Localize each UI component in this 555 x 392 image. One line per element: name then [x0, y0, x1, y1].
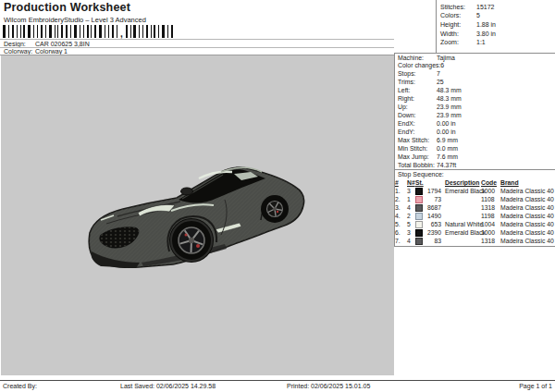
machine-info-label: EndY: — [398, 129, 437, 137]
thread-color-chip — [415, 188, 423, 195]
col-header-needle: N# — [407, 178, 415, 187]
barcode-bar — [108, 25, 109, 38]
stop-sequence-row: 3. 4 8687 1318 Madeira Classic 40 — [395, 203, 554, 212]
needle-number: 5 — [407, 220, 415, 228]
barcode-bar — [8, 25, 9, 38]
stat-value: 5 — [476, 11, 480, 20]
stop-number: 4. — [395, 212, 407, 220]
thread-brand: Madeira Classic 40 — [500, 237, 554, 245]
barcode-bar — [66, 25, 68, 38]
barcode-bar — [87, 25, 89, 38]
colorway-value: Colorway 1 — [35, 48, 68, 55]
machine-info-value: 0.00 in — [437, 129, 456, 137]
barcode-bar — [154, 25, 155, 38]
needle-number: 4 — [407, 203, 415, 212]
machine-info-list: Machine: Tajima Color changes: 6 Stops: … — [398, 55, 553, 170]
machine-info-row: Max Stitch: 6.9 mm — [398, 137, 553, 145]
stat-row: Colors: 5 — [437, 11, 555, 20]
needle-number: 4 — [407, 237, 415, 245]
stop-sequence-row: 5. 5 653 Natural White 1004 Madeira Clas… — [395, 220, 554, 228]
machine-info-label: Left: — [398, 87, 437, 95]
machine-info-label: Trims: — [398, 79, 437, 87]
thread-brand: Madeira Classic 40 — [500, 195, 554, 203]
page-title: Production Worksheet — [4, 1, 130, 14]
machine-info-value: 23.9 mm — [437, 112, 462, 120]
stat-label: Width: — [440, 30, 476, 39]
thread-code: 1000 — [481, 228, 500, 237]
needle-number: 1 — [407, 195, 415, 203]
barcode-bar — [105, 25, 105, 38]
barcode-bar — [130, 25, 131, 38]
barcode-bar — [83, 25, 84, 38]
thread-brand: Madeira Classic 40 — [500, 203, 554, 212]
thread-color-chip — [415, 238, 423, 245]
stat-row: Width: 3.80 in — [437, 30, 555, 39]
machine-info-row: EndY: 0.00 in — [398, 129, 553, 137]
barcode-bar — [74, 25, 77, 38]
machine-info-label: Up: — [398, 104, 437, 112]
barcode-bar — [28, 25, 31, 38]
stop-number: 7. — [395, 237, 407, 245]
stat-row: Zoom: 1:1 — [437, 38, 555, 47]
thread-color-chip — [415, 213, 423, 220]
machine-info-label: Stops: — [398, 70, 437, 79]
brake-caliper — [277, 211, 278, 213]
machine-info-row: Down: 23.9 mm — [398, 112, 553, 120]
stitch-count: 1794 — [424, 187, 443, 195]
machine-info-label: Max Jump: — [398, 153, 437, 162]
thread-code: 1318 — [481, 203, 500, 212]
barcode-bar — [3, 25, 6, 38]
barcode: , — [3, 25, 173, 38]
machine-info-value: 74.37ft — [437, 162, 456, 170]
stat-value: 1.88 in — [476, 20, 496, 30]
stat-row: Stitches: 15172 — [437, 3, 555, 12]
embroidered-car-design — [86, 163, 310, 276]
stop-number: 6. — [395, 228, 407, 237]
barcode-bar — [167, 25, 168, 38]
brake-caliper — [196, 244, 200, 248]
machine-info-value: 48.3 mm — [437, 95, 462, 104]
stat-label: Colors: — [440, 11, 476, 20]
col-header-code: Code — [481, 178, 500, 187]
thread-description: Emerald Black — [443, 187, 481, 195]
stat-label: Zoom: — [440, 38, 476, 47]
machine-info-value: 23.9 mm — [437, 104, 462, 112]
stop-sequence-header: # N# St. Description Code Brand — [395, 178, 554, 187]
footer-divider — [0, 380, 555, 381]
thread-color-chip — [415, 221, 423, 228]
footer-printed: Printed: 02/06/2025 15.01.05 — [287, 383, 370, 390]
rear-wheel — [261, 195, 289, 223]
barcode-bar — [91, 25, 92, 38]
thread-description: Emerald Black — [443, 228, 481, 237]
stitch-count: 653 — [424, 220, 443, 228]
barcode-bar — [112, 25, 114, 38]
barcode-bar — [126, 25, 128, 38]
machine-info-value: 6 — [440, 62, 444, 70]
machine-info-value: 25 — [437, 79, 444, 87]
thread-color-chip — [415, 204, 423, 212]
machine-info-value: 6.9 mm — [437, 137, 458, 145]
thread-code: 1318 — [481, 237, 500, 245]
barcode-group-2 — [126, 25, 173, 38]
brake-caliper — [185, 234, 188, 237]
thread-color-chip — [415, 229, 423, 237]
thread-brand: Madeira Classic 40 — [500, 187, 554, 195]
footer-last-saved: Last Saved: 02/06/2025 14.29.58 — [120, 383, 216, 390]
thread-brand: Madeira Classic 40 — [500, 212, 554, 220]
col-header-brand: Brand — [500, 178, 554, 187]
stop-sequence-row: 4. 2 1490 1198 Madeira Classic 40 — [395, 212, 554, 220]
barcode-bar — [99, 25, 102, 38]
stop-sequence-row: 6. 3 2390 Emerald Black 1000 Madeira Cla… — [395, 228, 554, 237]
barcode-bar — [49, 25, 52, 38]
machine-info-label: Right: — [398, 95, 437, 104]
stop-sequence-table: # N# St. Description Code Brand 1. 3 179… — [395, 178, 554, 245]
machine-info-row: Stops: 7 — [398, 70, 553, 79]
barcode-bar — [158, 25, 159, 38]
machine-info-row: Right: 48.3 mm — [398, 95, 553, 104]
machine-info-row: Trims: 25 — [398, 79, 553, 87]
stat-label: Height: — [440, 20, 476, 30]
stop-number: 3. — [395, 203, 407, 212]
barcode-bar — [55, 25, 56, 38]
stop-sequence-row: 1. 3 1794 Emerald Black 1000 Madeira Cla… — [395, 187, 554, 195]
front-wheel — [169, 218, 214, 263]
